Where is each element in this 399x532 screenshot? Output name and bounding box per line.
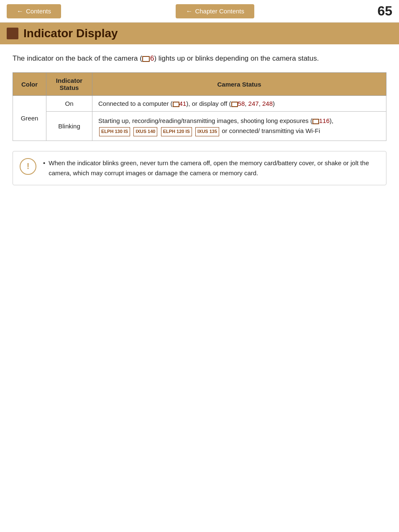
warning-icon: ! [20, 158, 36, 175]
book-icon-blink [312, 119, 319, 124]
table-row: Green On Connected to a computer (41), o… [13, 96, 386, 112]
contents-button[interactable]: ← Contents [7, 4, 61, 18]
badge-ixus140: IXUS 140 [133, 127, 157, 136]
badge-elph130: ELPH 130 IS [99, 127, 130, 136]
color-cell-green: Green [13, 96, 46, 141]
top-navigation: ← Contents ← Chapter Contents 65 [0, 0, 399, 23]
table-row: Blinking Starting up, recording/reading/… [13, 112, 386, 141]
book-icon-on [173, 102, 179, 107]
indicator-blinking-cell: Blinking [46, 112, 92, 141]
indicator-header-line1: Indicator [56, 77, 82, 84]
title-icon [7, 28, 18, 39]
bullet-dot: • [43, 158, 45, 178]
blinking-text-end: or connected/ transmitting via Wi-Fi [222, 127, 320, 134]
indicator-on-cell: On [46, 96, 92, 112]
status-on-text-before: Connected to a computer ( [98, 100, 173, 107]
intro-text-after: ) lights up or blinks depending on the c… [154, 54, 319, 62]
intro-paragraph: The indicator on the back of the camera … [13, 53, 386, 64]
book-icon-on2 [231, 102, 238, 107]
indicator-table: Color Indicator Status Camera Status Gre… [13, 72, 386, 141]
chapter-arrow-icon: ← [186, 8, 192, 15]
indicator-header-line2: Status [60, 84, 79, 91]
title-bar: Indicator Display [0, 23, 399, 44]
intro-text-before: The indicator on the back of the camera … [13, 54, 142, 62]
contents-arrow-icon: ← [17, 8, 23, 15]
status-on-end: ) [273, 100, 275, 107]
warning-exclamation: ! [27, 161, 30, 171]
status-on-ref3[interactable]: 247 [248, 100, 259, 107]
badge-ixus135: IXUS 135 [195, 127, 219, 136]
main-content: The indicator on the back of the camera … [0, 53, 399, 198]
blinking-text-line2: ), [330, 117, 333, 124]
page-number: 65 [377, 3, 392, 19]
chapter-contents-label: Chapter Contents [195, 8, 244, 15]
table-header-row: Color Indicator Status Camera Status [13, 73, 386, 96]
camera-status-blinking-cell: Starting up, recording/reading/transmitt… [92, 112, 386, 141]
col-indicator-header: Indicator Status [46, 73, 92, 96]
warning-content: • When the indicator blinks green, never… [43, 158, 379, 178]
camera-status-on-cell: Connected to a computer (41), or display… [92, 96, 386, 112]
warning-bullet-item: • When the indicator blinks green, never… [43, 158, 379, 178]
warning-box: ! • When the indicator blinks green, nev… [13, 151, 386, 185]
chapter-contents-button[interactable]: ← Chapter Contents [176, 4, 254, 18]
contents-label: Contents [26, 8, 51, 15]
status-on-ref4[interactable]: 248 [262, 100, 273, 107]
book-ref-icon [142, 56, 150, 62]
page-title: Indicator Display [23, 27, 118, 40]
blinking-text-line1: Starting up, recording/reading/transmitt… [98, 117, 312, 124]
status-on-ref2[interactable]: 58 [238, 100, 245, 107]
status-on-mid: ), or display off ( [186, 100, 231, 107]
intro-ref1-link[interactable]: 6 [150, 54, 154, 62]
status-on-ref1[interactable]: 41 [179, 100, 187, 107]
blinking-ref-long[interactable]: 116 [319, 117, 330, 124]
col-camera-header: Camera Status [92, 73, 386, 96]
col-color-header: Color [13, 73, 46, 96]
badge-elph120: ELPH 120 IS [161, 127, 192, 136]
warning-text-content: When the indicator blinks green, never t… [49, 158, 379, 178]
